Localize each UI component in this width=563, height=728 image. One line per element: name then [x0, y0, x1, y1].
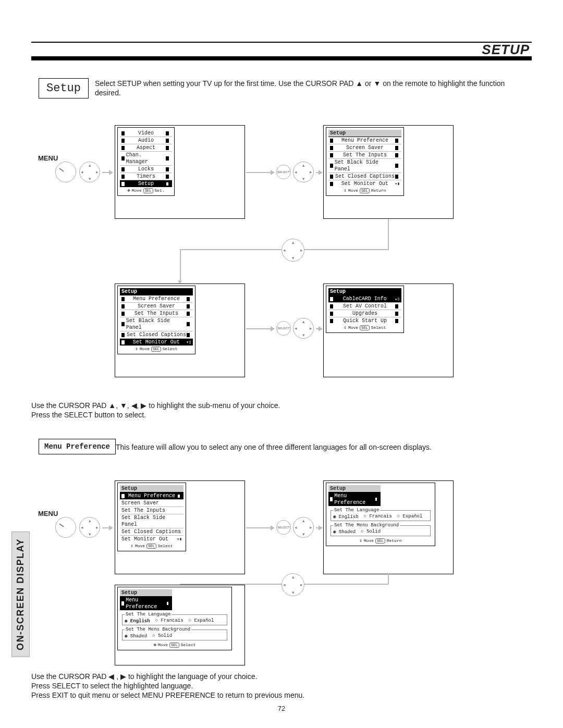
setup-heading-box: Setup: [39, 78, 89, 98]
osd-setup-d: Setup Menu Preference Screen Saver Set T…: [117, 483, 186, 551]
sel-pill: SEL: [143, 188, 153, 193]
mpa-foot-ret: Return: [387, 538, 402, 543]
mm-setup: Setup: [138, 180, 154, 187]
sb-4: Set Closed Captions: [127, 331, 186, 338]
intro-text: Select SETUP when setting your TV up for…: [95, 79, 533, 97]
sd-3: Set Black Side Panel: [121, 514, 182, 528]
arrow-8: [316, 527, 322, 528]
mpa-sub: Menu Preference: [334, 492, 374, 506]
bottom-text-3: Press EXIT to quit menu or select MENU P…: [31, 691, 304, 700]
page-header-title: SETUP: [482, 42, 530, 58]
arrow-6: [102, 527, 113, 528]
sb-5: Set Monitor Out: [133, 339, 180, 346]
select-button-icon-2: SELECT: [276, 321, 291, 336]
mpa-bg-0: Shaded: [333, 529, 356, 535]
mpb-lang-1: Francais: [155, 618, 183, 624]
mpa-lang-legend: Set The Language: [333, 508, 380, 513]
side-tab: ON-SCREEN DISPLAY: [11, 532, 30, 657]
sd-1: Screen Saver: [121, 500, 159, 507]
mpa-foot-move: Move: [364, 538, 374, 543]
mpb-foot-move: Move: [158, 643, 168, 647]
select-button-icon-1: SELECT: [276, 165, 291, 179]
osd-main-menu: Video Audio Aspect Chan. Manager Locks T…: [117, 127, 175, 196]
sa-4: Set Closed Captions: [335, 173, 395, 180]
mpa-bg-1: Solid: [361, 529, 381, 535]
mpb-lang-legend: Set The Language: [125, 612, 172, 617]
mid-text-1: Use the CURSOR PAD ▲, ▼, ◀, ▶ to highlig…: [31, 401, 280, 411]
mm-aspect: Aspect: [137, 144, 155, 151]
menu-preference-label: Menu Preference: [44, 442, 110, 451]
setup-heading-label: Setup: [46, 82, 81, 95]
sc-3: Quick Start Up: [343, 317, 387, 324]
select-button-icon-3: SELECT: [276, 520, 291, 535]
arrow-3: [316, 172, 322, 173]
sd-foot-move: Move: [135, 544, 145, 548]
sd-2: Set The Inputs: [121, 507, 165, 514]
sa-hdr: Setup: [330, 130, 346, 137]
sd-0: Menu Preference: [128, 492, 175, 499]
sb-foot-move: Move: [140, 347, 150, 351]
menu-dial-icon-2: [55, 517, 76, 538]
bg-fieldset-b: Set The Menu Background Shaded Solid: [122, 627, 227, 640]
mpb-lang-2: Español: [189, 618, 214, 624]
sb-3: Set Black Side Panel: [126, 317, 187, 331]
arrow-2: [246, 172, 274, 173]
lang-fieldset-a: Set The Language English Francais Españo…: [331, 508, 431, 521]
mpb-hdr: Setup: [121, 589, 137, 596]
path-h3: [303, 584, 389, 585]
menu-preference-heading-box: Menu Preference: [39, 439, 116, 454]
mpb-bg-1: Solid: [152, 633, 172, 639]
mpb-sub: Menu Preference: [126, 597, 166, 610]
sd-hdr: Setup: [121, 485, 137, 492]
arrow-5: [316, 328, 322, 329]
lang-fieldset-b: Set The Language English Francais Españo…: [122, 612, 227, 625]
bottom-text-1: Use the CURSOR PAD ◀ , ▶ to highlight th…: [31, 672, 257, 682]
dpad-icon-4: ▴▾◂▸: [293, 318, 314, 339]
arrow-4: [246, 328, 274, 329]
menu-dial-icon-1: [55, 162, 76, 182]
mpb-bg-legend: Set The Menu Background: [125, 627, 191, 632]
sb-2: Set The Inputs: [134, 310, 178, 317]
mpa-lang-0: English: [333, 514, 359, 520]
mpa-lang-1: Francais: [364, 514, 392, 520]
sc-1: Set AV Control: [343, 303, 387, 310]
menu-label-2: MENU: [38, 510, 58, 517]
mpb-bg-0: Shaded: [125, 633, 147, 639]
sb-0: Menu Preference: [133, 295, 180, 302]
sd-5: Set Monitor Out: [121, 536, 168, 542]
sc-0: CableCARD Info: [343, 295, 387, 302]
sc-2: Upgrades: [352, 310, 377, 317]
bg-fieldset-a: Set The Menu Background Shaded Solid: [331, 523, 431, 536]
sa-5: Set Monitor Out: [341, 180, 388, 187]
mpb-foot-sel: Select: [181, 643, 196, 647]
bottom-text-2: Press SELECT to select the highlighted l…: [31, 682, 193, 691]
sa-3: Set Black Side Panel: [335, 159, 395, 172]
sa-foot-ret: Return: [371, 188, 386, 193]
osd-menupref-b: Setup Menu Preference Set The Language E…: [117, 587, 232, 650]
menupref-text: This feature will allow you to select an…: [116, 443, 533, 452]
sb-foot-sel: Select: [163, 347, 178, 351]
mm-video: Video: [138, 130, 154, 137]
path-v3: [388, 573, 389, 585]
sd-4: Set Closed Captions: [121, 528, 181, 535]
path-h2: [180, 249, 282, 250]
mm-audio: Audio: [138, 137, 154, 144]
dpad-icon-7: ▴▾◂▸: [282, 573, 304, 596]
sc-hdr: Setup: [330, 288, 346, 295]
mpa-lang-2: Español: [397, 514, 423, 520]
mid-text-2: Press the SELECT button to select.: [31, 411, 146, 420]
sd-foot-sel: Select: [158, 544, 173, 548]
page-number: 72: [278, 705, 285, 712]
page-header: SETUP: [31, 42, 532, 60]
dpad-icon-3: ▴▾◂▸: [282, 239, 304, 262]
sa-0: Menu Preference: [341, 137, 388, 144]
dpad-icon-1: ▴▾◂▸: [79, 162, 100, 182]
mm-foot-sel: Sel.: [155, 188, 165, 193]
osd-setup-c: Setup CableCARD Info▴▯ Set AV Control Up…: [326, 286, 404, 333]
sb-1: Screen Saver: [138, 303, 175, 310]
dpad-icon-2: ▴▾◂▸: [293, 162, 314, 182]
mpb-lang-0: English: [125, 618, 150, 624]
mm-chan: Chan. Manager: [126, 152, 166, 165]
sa-foot-move: Move: [348, 188, 358, 193]
mm-locks: Locks: [138, 166, 154, 172]
